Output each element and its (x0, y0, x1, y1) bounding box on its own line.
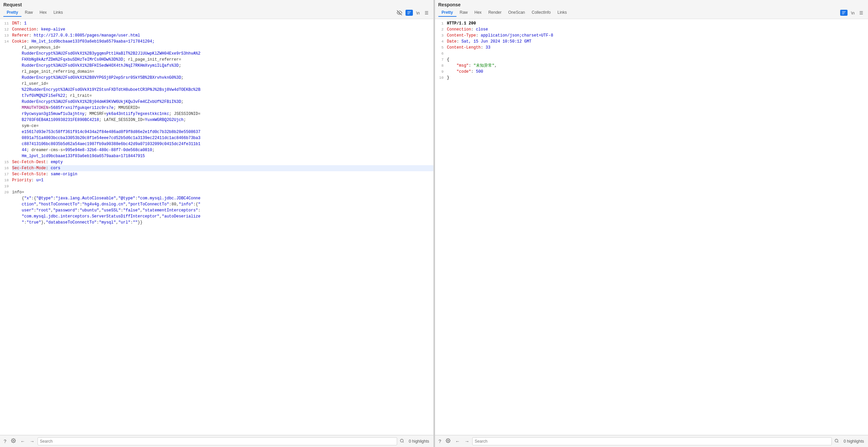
tab-response-render[interactable]: Render (485, 9, 505, 17)
request-line-20: 20 info= {"x":{"@type":"java.lang.AutoCl… (0, 189, 433, 226)
request-line-18: 18 Priority: u=1 (0, 177, 433, 183)
response-line-1: 1 HTTP/1.1 200 (435, 21, 868, 27)
response-menu-icon[interactable]: ☰ (858, 10, 865, 16)
request-menu-icon[interactable]: ☰ (423, 10, 430, 16)
request-format-icon[interactable] (405, 10, 413, 16)
response-title: Response (438, 2, 865, 7)
response-help-button[interactable]: ? (437, 438, 443, 445)
request-highlights-badge: 0 highlights (407, 439, 431, 444)
request-search-input[interactable] (37, 437, 397, 445)
request-line-19: 19 (0, 183, 433, 189)
response-format-icon[interactable] (840, 10, 847, 16)
request-help-button[interactable]: ? (2, 438, 8, 445)
response-line-3: 3 Content-Type: application/json;charset… (435, 33, 868, 38)
response-back-button[interactable]: ← (454, 438, 462, 445)
request-panel-header: Request Pretty Raw Hex Links (0, 0, 433, 19)
main-container: Request Pretty Raw Hex Links (0, 0, 868, 447)
response-line-6: 6 (435, 50, 868, 57)
tab-response-collectinfo[interactable]: CollectInfo (528, 9, 554, 17)
request-line-16: 16 Sec-Fetch-Mode: cors (0, 165, 433, 171)
request-code-area: 11 DNT: 1 12 Connection: keep-alive 13 R… (0, 19, 433, 435)
request-line-12: 12 Connection: keep-alive (0, 27, 433, 33)
response-line-9: 9 "code": 500 (435, 69, 868, 75)
tab-response-onescan[interactable]: OneScan (505, 9, 528, 17)
svg-line-6 (403, 442, 403, 442)
response-code-area: 1 HTTP/1.1 200 2 Connection: close 3 Con… (435, 19, 868, 435)
request-toolbar: ? ← → 0 highlights (0, 437, 433, 445)
response-panel-header: Response Pretty Raw Hex Render OneScan C… (435, 0, 868, 19)
response-line-5: 5 Content-Length: 33 (435, 44, 868, 50)
request-panel: Request Pretty Raw Hex Links (0, 0, 434, 447)
response-toolbar: ? ← → 0 highlights (435, 437, 868, 445)
tab-request-links[interactable]: Links (50, 9, 66, 17)
tab-response-links[interactable]: Links (554, 9, 570, 17)
request-settings-button[interactable] (9, 437, 18, 445)
request-line-11: 11 DNT: 1 (0, 21, 433, 27)
response-highlights-badge: 0 highlights (841, 439, 866, 444)
request-forward-button[interactable]: → (28, 438, 36, 445)
request-line-13: 13 Referer: http://127.0.0.1:8085/pages/… (0, 33, 433, 38)
svg-rect-1 (407, 11, 411, 12)
response-settings-button[interactable] (444, 437, 452, 445)
tab-response-hex[interactable]: Hex (471, 9, 485, 17)
svg-point-5 (400, 439, 403, 442)
request-line-15: 15 Sec-Fetch-Dest: empty (0, 159, 433, 165)
request-back-button[interactable]: ← (19, 438, 27, 445)
response-line-2: 2 Connection: close (435, 27, 868, 33)
request-eye-off-icon[interactable] (396, 9, 403, 16)
response-forward-button[interactable]: → (463, 438, 471, 445)
response-search-button[interactable] (833, 438, 840, 445)
request-line-14: 14 Cookie: Hm_lvt_1cd9bcbaae133f03a6eb19… (0, 38, 433, 159)
request-title: Request (3, 2, 430, 7)
svg-point-11 (835, 439, 838, 442)
response-line-10: 10 } (435, 75, 868, 81)
svg-point-4 (13, 440, 14, 441)
response-search-input[interactable] (472, 437, 832, 445)
request-tabs: Pretty Raw Hex Links (3, 9, 430, 17)
svg-rect-8 (842, 12, 845, 13)
response-bottom-toolbar: ? ← → 0 highlights (435, 435, 868, 447)
request-search-button[interactable] (398, 438, 405, 445)
request-tab-icons: \n ☰ (396, 9, 430, 16)
svg-rect-3 (407, 14, 409, 14)
tab-response-pretty[interactable]: Pretty (438, 9, 457, 17)
response-tabs: Pretty Raw Hex Render OneScan CollectInf… (438, 9, 865, 17)
response-line-7: 7 { (435, 57, 868, 63)
response-panel: Response Pretty Raw Hex Render OneScan C… (435, 0, 868, 447)
svg-rect-9 (842, 14, 844, 14)
request-bottom-toolbar: ? ← → 0 highlights (0, 435, 433, 447)
svg-rect-7 (842, 11, 846, 12)
svg-line-12 (837, 442, 838, 442)
response-tab-icons: \n ☰ (840, 10, 865, 16)
tab-request-pretty[interactable]: Pretty (3, 9, 22, 17)
tab-request-hex[interactable]: Hex (36, 9, 50, 17)
response-newline-icon[interactable]: \n (849, 10, 856, 16)
tab-response-raw[interactable]: Raw (457, 9, 471, 17)
response-line-8: 8 "msg": "未知异常", (435, 63, 868, 69)
response-line-4: 4 Date: Sat, 15 Jun 2024 10:50:12 GMT (435, 38, 868, 44)
request-line-17: 17 Sec-Fetch-Site: same-origin (0, 171, 433, 177)
svg-rect-2 (407, 12, 410, 13)
tab-request-raw[interactable]: Raw (22, 9, 36, 17)
svg-point-10 (448, 440, 449, 441)
request-newline-icon[interactable]: \n (415, 10, 421, 16)
